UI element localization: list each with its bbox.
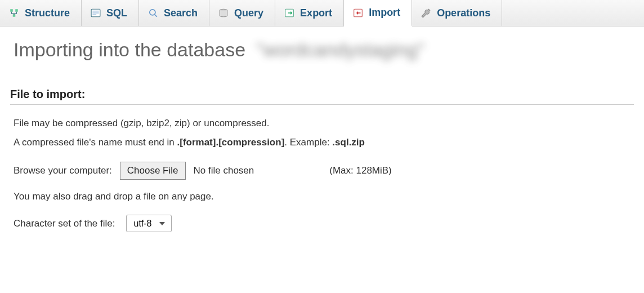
charset-select-wrap: utf-8 [126, 215, 172, 232]
charset-row: Character set of the file: utf-8 [14, 215, 634, 232]
choose-file-button[interactable]: Choose File [120, 162, 186, 180]
tab-structure[interactable]: Structure [0, 0, 82, 26]
structure-icon [9, 8, 19, 18]
query-icon [218, 8, 229, 18]
svg-rect-0 [10, 9, 13, 12]
compression-hint-mid: . Example: [284, 137, 332, 148]
export-icon [284, 8, 294, 18]
max-size-text: (Max: 128MiB) [329, 165, 392, 176]
tab-label: Operations [437, 7, 490, 19]
sql-icon [91, 8, 101, 18]
tab-label: Export [300, 7, 332, 19]
no-file-chosen-text: No file chosen [194, 165, 254, 176]
tab-search[interactable]: Search [139, 0, 209, 26]
tab-export[interactable]: Export [275, 0, 344, 26]
tab-label: Query [234, 7, 263, 19]
search-icon [148, 8, 158, 18]
svg-line-5 [155, 15, 157, 17]
divider [10, 104, 634, 105]
tab-sql[interactable]: SQL [82, 0, 139, 26]
svg-point-4 [150, 10, 155, 15]
charset-label: Character set of the file: [14, 218, 115, 229]
tab-import[interactable]: Import [344, 0, 412, 26]
heading-dbname: "wordcandystaging" [257, 39, 424, 61]
compression-hint-line-1: File may be compressed (gzip, bzip2, zip… [14, 116, 634, 131]
tab-label: Structure [25, 7, 70, 19]
tab-label: SQL [106, 7, 127, 19]
compression-hint-prefix: A compressed file's name must end in [14, 137, 177, 148]
operations-icon [421, 8, 431, 18]
compression-pattern: .[format].[compression] [177, 137, 285, 148]
import-icon [353, 8, 363, 18]
svg-rect-1 [15, 9, 18, 12]
browse-row: Browse your computer: Choose File No fil… [14, 162, 634, 180]
page-title: Importing into the database "wordcandyst… [0, 26, 644, 66]
tab-label: Search [164, 7, 198, 19]
browse-label: Browse your computer: [14, 165, 112, 176]
compression-hint-line-2: A compressed file's name must end in .[f… [14, 135, 634, 150]
tab-label: Import [369, 7, 400, 19]
compression-example: .sql.zip [332, 137, 365, 148]
tab-operations[interactable]: Operations [412, 0, 502, 26]
tab-bar: Structure SQL Search Query Export Import [0, 0, 644, 26]
drag-drop-hint: You may also drag and drop a file on any… [14, 191, 634, 202]
tab-query[interactable]: Query [209, 0, 275, 26]
charset-select[interactable]: utf-8 [126, 215, 172, 232]
section-title-file-to-import: File to import: [10, 88, 634, 101]
heading-prefix: Importing into the database [14, 39, 245, 60]
